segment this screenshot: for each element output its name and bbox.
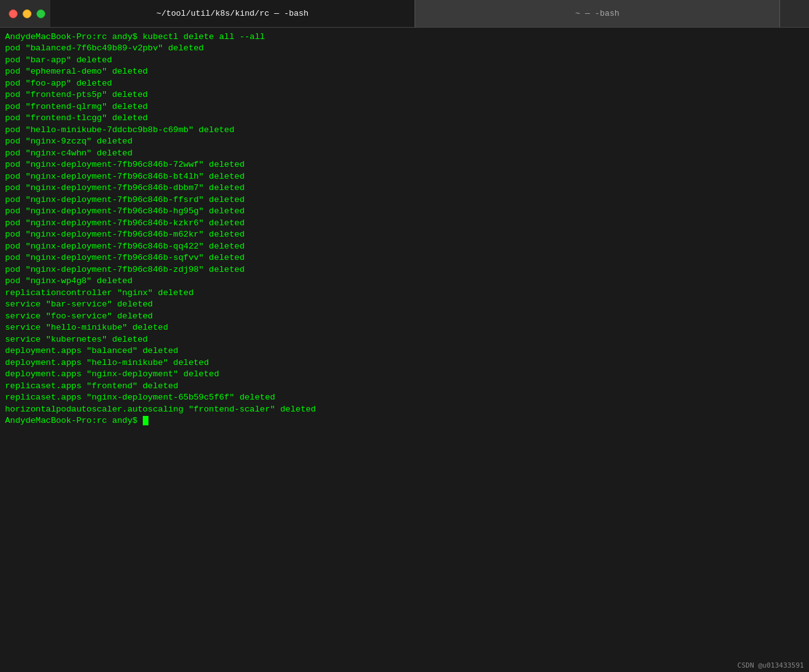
terminal-line: replicaset.apps "nginx-deployment-65b59c… xyxy=(5,392,804,403)
terminal-line: pod "nginx-wp4g8" deleted xyxy=(5,276,804,287)
terminal-line: pod "frontend-pts5p" deleted xyxy=(5,89,804,101)
terminal-line: pod "ephemeral-demo" deleted xyxy=(5,66,804,77)
terminal-line: AndydeMacBook-Pro:rc andy$ kubectl delet… xyxy=(5,31,804,43)
tabs-container: ~/tool/util/k8s/kind/rc — -bash ~ — -bas… xyxy=(50,0,809,27)
tab-1-label: ~/tool/util/k8s/kind/rc — -bash xyxy=(157,9,309,18)
tab-2[interactable]: ~ — -bash xyxy=(415,0,780,27)
terminal-line: pod "nginx-deployment-7fb96c846b-qq422" … xyxy=(5,241,804,252)
terminal-line: service "kubernetes" deleted xyxy=(5,334,804,345)
terminal-line: pod "balanced-7f6bc49b89-v2pbv" deleted xyxy=(5,43,804,54)
traffic-lights xyxy=(0,9,45,18)
terminal-line: pod "hello-minikube-7ddcbc9b8b-c69mb" de… xyxy=(5,125,804,136)
terminal-line: horizontalpodautoscaler.autoscaling "fro… xyxy=(5,404,804,415)
terminal-line: replicationcontroller "nginx" deleted xyxy=(5,288,804,299)
terminal-line: service "bar-service" deleted xyxy=(5,299,804,310)
titlebar: ~/tool/util/k8s/kind/rc — -bash ~ — -bas… xyxy=(0,0,809,28)
terminal-area[interactable]: AndydeMacBook-Pro:rc andy$ kubectl delet… xyxy=(0,28,809,672)
watermark: CSDN @u013433591 xyxy=(737,661,804,669)
terminal-line: pod "nginx-deployment-7fb96c846b-bt4lh" … xyxy=(5,171,804,182)
terminal-line: pod "bar-app" deleted xyxy=(5,55,804,66)
terminal-line: pod "nginx-deployment-7fb96c846b-dbbm7" … xyxy=(5,182,804,194)
terminal-line: replicaset.apps "frontend" deleted xyxy=(5,381,804,392)
terminal-line: pod "nginx-deployment-7fb96c846b-sqfvv" … xyxy=(5,252,804,264)
terminal-line: deployment.apps "nginx-deployment" delet… xyxy=(5,369,804,380)
terminal-line: deployment.apps "balanced" deleted xyxy=(5,345,804,357)
terminal-line: pod "foo-app" deleted xyxy=(5,78,804,89)
maximize-button[interactable] xyxy=(36,9,45,18)
terminal-line: service "foo-service" deleted xyxy=(5,311,804,322)
terminal-line: pod "nginx-9zczq" deleted xyxy=(5,136,804,147)
terminal-line: pod "frontend-tlcgg" deleted xyxy=(5,113,804,124)
terminal-line: pod "nginx-deployment-7fb96c846b-72wwf" … xyxy=(5,159,804,171)
terminal-line: pod "nginx-c4whn" deleted xyxy=(5,148,804,159)
terminal-line: pod "nginx-deployment-7fb96c846b-ffsrd" … xyxy=(5,194,804,206)
terminal-line: pod "nginx-deployment-7fb96c846b-m62kr" … xyxy=(5,229,804,240)
tab-1[interactable]: ~/tool/util/k8s/kind/rc — -bash xyxy=(50,0,415,27)
minimize-button[interactable] xyxy=(23,9,31,18)
terminal-line: service "hello-minikube" deleted xyxy=(5,322,804,333)
terminal-line: deployment.apps "hello-minikube" deleted xyxy=(5,357,804,369)
terminal-cursor xyxy=(143,416,148,425)
terminal-line: pod "nginx-deployment-7fb96c846b-hg95g" … xyxy=(5,206,804,217)
close-button[interactable] xyxy=(9,9,18,18)
terminal-line: AndydeMacBook-Pro:rc andy$ xyxy=(5,415,804,427)
terminal-line: pod "nginx-deployment-7fb96c846b-zdj98" … xyxy=(5,264,804,276)
terminal-line: pod "nginx-deployment-7fb96c846b-kzkr6" … xyxy=(5,218,804,229)
tab-2-label: ~ — -bash xyxy=(575,9,619,18)
terminal-line: pod "frontend-qlrmg" deleted xyxy=(5,101,804,113)
